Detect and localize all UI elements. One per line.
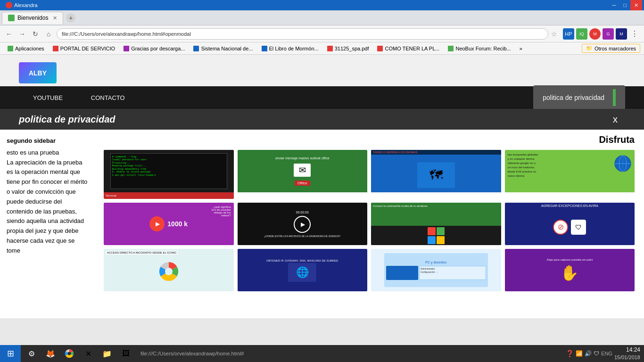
yt-desc: ¿qué significala k de youtubedebajo de l… bbox=[212, 206, 231, 217]
nav-contacto[interactable]: CONTACTO bbox=[77, 86, 139, 109]
bookmark-favicon-sistema bbox=[193, 46, 199, 51]
bookmark-pdf[interactable]: 31125_spa.pdf bbox=[323, 45, 373, 52]
modal-close-button[interactable]: x bbox=[605, 114, 625, 125]
start-button[interactable] bbox=[0, 345, 21, 362]
video-thumb-chrome[interactable]: ACCESO DIRECTO A INCOGNITO DESDE EL ICON… bbox=[104, 249, 234, 291]
site-nav: YOUTUBE CONTACTO politica de privacidad bbox=[0, 86, 644, 109]
taskbar-lang-icon: ENG bbox=[601, 351, 612, 356]
new-tab-button[interactable]: + bbox=[66, 13, 75, 23]
video-thumb-terminal[interactable]: # command1 --flag [sudo] password for us… bbox=[104, 150, 234, 199]
windows-logo bbox=[428, 227, 445, 244]
taskbar-right: ❓ 📶 🔊 🛡 ENG 14:24 15/01/2018 bbox=[562, 346, 644, 361]
ext-icon-2[interactable]: M bbox=[589, 28, 601, 40]
bookmark-gracias[interactable]: Gracias por descarga... bbox=[120, 45, 189, 52]
status-url: file:///C:/Users/orve/alexandrawp/home.h… bbox=[137, 351, 248, 356]
tab-title: Bienvenidos bbox=[17, 15, 48, 21]
modal-title: politica de privacidad bbox=[19, 114, 116, 125]
bookmark-favicon-gracias bbox=[124, 46, 129, 51]
video-thumb-youtube[interactable]: ▶ 1000 k ¿qué significala k de youtubede… bbox=[104, 203, 234, 245]
taskbar-help-icon[interactable]: ❓ bbox=[566, 350, 574, 357]
website-content: ALBY YOUTUBE CONTACTO politica de privac… bbox=[0, 55, 644, 362]
play-circle-icon[interactable]: ▶ bbox=[294, 216, 311, 233]
bookmark-folder-icon: 📁 bbox=[586, 45, 593, 51]
ext-icon-4[interactable]: M bbox=[616, 28, 627, 40]
taskbar-photos-icon[interactable]: 🖼 bbox=[117, 345, 135, 362]
forward-button[interactable]: → bbox=[17, 29, 27, 39]
site-header: ALBY YOUTUBE CONTACTO politica de privac… bbox=[0, 55, 644, 109]
bookmark-favicon-portal bbox=[53, 46, 58, 51]
ext-icon-3[interactable]: G bbox=[603, 28, 614, 40]
thousand-k-label: 1000 k bbox=[167, 220, 188, 228]
taskbar-xampp-icon[interactable]: ✕ bbox=[79, 345, 97, 362]
bookmark-portal[interactable]: PORTAL DE SERVICIO bbox=[49, 45, 119, 52]
tab-list: Bienvenidos ✕ + bbox=[2, 12, 642, 24]
minimize-button[interactable]: ─ bbox=[609, 0, 620, 10]
taskbar-clock: 14:24 15/01/2018 bbox=[614, 346, 640, 361]
pc-content: PC y disontico Administrador Configuraci… bbox=[384, 253, 488, 287]
bookmark-sistema[interactable]: Sistema Nacional de... bbox=[190, 45, 256, 52]
back-button[interactable]: ← bbox=[4, 29, 14, 39]
window-titlebar: Alexandra ─ □ ✕ bbox=[0, 0, 644, 10]
sonido-text: ¿DONDE ESTÁN LOS ARCHIVOS DE LA GRABADOR… bbox=[264, 235, 340, 238]
main-content: Disfruta # command1 --flag [sudo] passwo… bbox=[94, 130, 644, 318]
windows-label: Conoce la contraseña oculta de tu window… bbox=[373, 205, 428, 207]
reload-button[interactable]: ↻ bbox=[30, 29, 41, 39]
bookmark-star-icon[interactable]: ☆ bbox=[551, 30, 557, 38]
taskbar-chrome-icon[interactable] bbox=[60, 345, 78, 362]
hp-icon[interactable]: HP bbox=[563, 28, 574, 40]
video-thumb-outlook[interactable]: enviar mensaje masivo outlook office ✉ O… bbox=[238, 150, 368, 199]
envelope-icon: ✉ bbox=[294, 164, 311, 177]
home-button[interactable]: ⌂ bbox=[43, 29, 54, 39]
tab-close-button[interactable]: ✕ bbox=[53, 15, 57, 21]
video-thumb-sonido[interactable]: 00:00:00 ▶ ¿DONDE ESTÁN LOS ARCHIVOS DE … bbox=[238, 203, 368, 245]
hand-icon: ✋ bbox=[560, 264, 579, 281]
site-logo-area: ALBY bbox=[0, 59, 644, 86]
outlook-text: enviar mensaje masivo outlook office bbox=[275, 156, 330, 160]
maximize-button[interactable]: □ bbox=[619, 0, 630, 10]
video-thumb-purple[interactable]: Atajo para capturar pantalla sin paint ✋ bbox=[505, 249, 635, 291]
bookmark-aplicaciones[interactable]: Aplicaciones bbox=[4, 45, 48, 52]
bookmark-otros[interactable]: 📁 Otros marcadores bbox=[582, 44, 640, 53]
ext-icon-1[interactable]: IQ bbox=[576, 28, 587, 40]
svg-point-7 bbox=[68, 352, 71, 355]
browser-toolbar: ← → ↻ ⌂ ☆ HP IQ M G M ⋮ bbox=[0, 25, 644, 42]
nav-youtube[interactable]: YOUTUBE bbox=[19, 86, 77, 109]
active-tab[interactable]: Bienvenidos ✕ bbox=[2, 12, 63, 24]
modal-bar: politica de privacidad x bbox=[0, 109, 644, 130]
taskbar-settings-icon[interactable]: ⚙ bbox=[23, 345, 41, 362]
menu-button[interactable]: ⋮ bbox=[629, 28, 640, 40]
network-icon: 🌐 bbox=[296, 266, 309, 279]
taskbar-icons: ⚙ 🦊 ✕ 📁 🖼 bbox=[21, 345, 137, 362]
office-badge: Office bbox=[295, 181, 310, 186]
world-map-icon: 🗺 bbox=[429, 167, 443, 183]
video-thumb-network[interactable]: OBTENER IP, GATEWAY, DNS, MASCARA DE SUB… bbox=[238, 249, 368, 291]
video-thumb-pc[interactable]: PC y disontico Administrador Configuraci… bbox=[371, 249, 501, 291]
map-label: TARDE O DEPRISA LOS IDIOMAS bbox=[371, 150, 501, 155]
no-icon: ⊘ bbox=[553, 220, 568, 235]
search-text: haz busquedas globales y en cualquier id… bbox=[508, 153, 612, 189]
address-bar[interactable] bbox=[57, 28, 548, 40]
video-thumb-map[interactable]: TARDE O DEPRISA LOS IDIOMAS 🗺 bbox=[371, 150, 501, 199]
bookmark-favicon-pdf bbox=[327, 46, 333, 51]
video-thumb-avira[interactable]: AGREGAR EXCEPCIONES EN AVIRA ⊘ 🛡 bbox=[505, 203, 635, 245]
bookmark-favicon-como bbox=[377, 46, 383, 51]
site-logo: ALBY bbox=[19, 62, 57, 83]
youtube-play-button[interactable]: ▶ bbox=[149, 216, 165, 231]
close-button[interactable]: ✕ bbox=[630, 0, 642, 10]
bookmark-como[interactable]: COMO TENER LA PL... bbox=[373, 45, 443, 52]
bookmark-more[interactable]: » bbox=[516, 45, 526, 52]
taskbar-folder-icon[interactable]: 📁 bbox=[98, 345, 116, 362]
nav-privacy-button[interactable]: politica de privacidad bbox=[533, 85, 625, 110]
taskbar-firefox-icon[interactable]: 🦊 bbox=[41, 345, 59, 362]
bookmark-mormon[interactable]: El Libro de Mormón... bbox=[258, 45, 322, 52]
browser-extension-icons: HP IQ M G M ⋮ bbox=[563, 28, 640, 40]
video-thumb-search[interactable]: haz busquedas globales y en cualquier id… bbox=[505, 150, 635, 199]
bookmark-favicon-neobux bbox=[448, 46, 454, 51]
taskbar: ⚙ 🦊 ✕ 📁 🖼 file:///C:/Users/orve/alexandr… bbox=[0, 345, 644, 362]
video-thumb-windows[interactable]: Conoce la contraseña oculta de tu window… bbox=[371, 203, 501, 245]
bookmark-neobux[interactable]: NeoBux Forum: Recib... bbox=[444, 45, 514, 52]
network-label: OBTENER IP, GATEWAY, DNS, MASCARA DE SUB… bbox=[265, 258, 339, 263]
sidebar-body: esto es una prueba La apreciación de la … bbox=[7, 148, 88, 256]
network-content: OBTENER IP, GATEWAY, DNS, MASCARA DE SUB… bbox=[265, 258, 339, 282]
timer-display: 00:00:00 bbox=[296, 211, 309, 214]
